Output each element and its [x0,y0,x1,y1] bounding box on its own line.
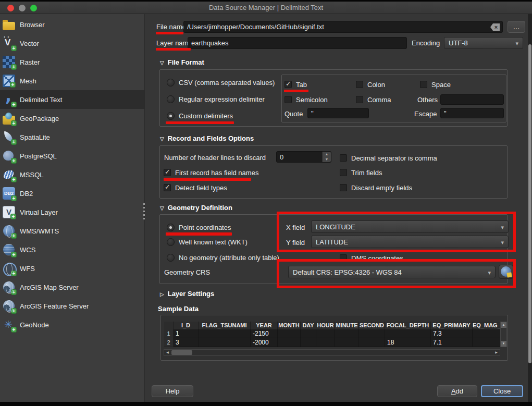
custom-delimiters-radio[interactable]: Custom delimiters [167,111,233,120]
x-field-select[interactable]: LONGITUDE [311,220,509,233]
csv-radio[interactable]: CSV (comma separated values) [167,78,275,87]
semicolon-checkbox[interactable]: Semicolon [284,95,328,104]
decimal-comma-checkbox[interactable]: Decimal separator is comma [340,153,437,163]
collapse-triangle-icon[interactable]: ▽ [160,205,164,211]
column-header-i_d[interactable]: I_D [174,322,199,329]
collapse-triangle-icon[interactable]: ▽ [160,60,164,66]
tab-checkbox-control[interactable] [284,81,292,88]
geopackage-icon: + [3,116,15,125]
spinner-arrows-icon[interactable] [322,152,331,162]
column-header-eq_primary[interactable]: EQ_PRIMARY [431,322,473,329]
table-vertical-scrollbar[interactable] [500,322,507,347]
column-header-hour[interactable]: HOUR [316,322,335,329]
regexp-radio-control[interactable] [167,95,175,103]
table-horizontal-scrollbar[interactable] [164,349,500,356]
detect-types-checkbox-control[interactable] [164,184,171,191]
discard-empty-checkbox-control[interactable] [340,184,347,191]
sidebar-item-db2[interactable]: DB2+DB2 [0,184,144,203]
window-bottom-edge [0,402,532,406]
file-name-input[interactable] [183,21,503,33]
dms-coordinates-checkbox-control[interactable] [340,254,347,262]
sidebar-item-mssql[interactable]: +MSSQL [0,165,144,184]
quote-input[interactable] [307,108,369,118]
column-header-focal_depth[interactable]: FOCAL_DEPTH [385,322,431,329]
no-geometry-radio-control[interactable] [167,254,175,262]
comma-checkbox-control[interactable] [356,96,363,103]
sidebar-item-wms-wmts[interactable]: +WMS/WMTS [0,222,144,240]
table-cell: 7.1 [431,338,473,347]
sidebar-item-browser[interactable]: Browser [0,15,144,34]
collapse-triangle-icon[interactable]: ▽ [160,136,164,142]
scroll-left-icon[interactable] [165,350,170,355]
chevron-down-icon [497,238,504,246]
first-record-checkbox[interactable]: First record has field names [164,168,258,177]
csv-radio-control[interactable] [167,79,175,87]
point-coordinates-radio-control[interactable] [167,224,175,231]
comma-checkbox[interactable]: Comma [356,95,391,104]
sidebar-item-arcgis-feature-server[interactable]: +ArcGIS Feature Server [0,297,144,315]
sidebar-item-raster[interactable]: +Raster [0,53,144,71]
sidebar-item-virtual-layer[interactable]: +Virtual Layer [0,203,144,222]
column-header-eq_mag_mw[interactable]: EQ_MAG_MW [473,322,500,329]
scroll-down-icon[interactable] [501,341,506,347]
first-record-checkbox-control[interactable] [164,169,171,176]
sidebar-list: Browser+Vector+Raster+Mesh+Delimited Tex… [0,15,144,334]
sidebar-item-mesh[interactable]: +Mesh [0,71,144,90]
browse-file-button[interactable]: … [508,21,525,33]
space-checkbox-control[interactable] [420,81,427,88]
close-button[interactable]: Close [481,385,523,397]
point-coordinates-radio[interactable]: Point coordinates [167,223,231,232]
sidebar-item-arcgis-map-server[interactable]: +ArcGIS Map Server [0,278,144,297]
sidebar-item-label: MSSQL [20,171,44,179]
window-scrollbar-thumb[interactable] [528,44,531,363]
no-geometry-radio[interactable]: No geometry (attribute only table) [167,253,279,262]
column-header-month[interactable]: MONTH [278,322,301,329]
others-input[interactable] [440,94,504,105]
add-badge-icon: + [10,214,16,219]
trim-fields-checkbox-control[interactable] [340,169,347,176]
splitter-handle-icon[interactable] [143,203,145,220]
decimal-comma-checkbox-control[interactable] [340,154,347,162]
colon-checkbox[interactable]: Colon [356,80,385,89]
scroll-right-icon[interactable] [493,350,499,355]
sidebar-item-geonode[interactable]: +GeoNode [0,315,144,334]
sidebar-item-spatialite[interactable]: +SpatiaLite [0,128,144,146]
layer-name-input[interactable] [188,37,407,49]
y-field-select[interactable]: LATITUDE [311,236,509,248]
column-header-flag_tsunami[interactable]: FLAG_TSUNAMI [199,322,251,329]
sidebar-item-vector[interactable]: +Vector [0,34,144,53]
encoding-select[interactable]: UTF-8 [444,37,523,49]
tab-checkbox[interactable]: Tab [284,80,307,89]
sidebar-item-wcs[interactable]: +WCS [0,240,144,259]
column-header-second[interactable]: SECOND [359,322,385,329]
expand-triangle-icon[interactable]: ▷ [160,291,164,297]
semicolon-checkbox-control[interactable] [284,96,292,103]
column-header-day[interactable]: DAY [301,322,316,329]
escape-input[interactable] [440,108,504,118]
wkt-radio[interactable]: Well known text (WKT) [167,237,248,247]
sidebar-item-postgresql[interactable]: +PostgreSQL [0,146,144,165]
sidebar-item-wfs[interactable]: +WFS [0,259,144,278]
select-crs-button[interactable] [499,265,513,279]
scroll-up-icon[interactable] [501,322,506,328]
detect-types-checkbox[interactable]: Detect field types [164,183,227,192]
discard-empty-checkbox[interactable]: Discard empty fields [340,183,412,192]
sidebar-item-delimited-text[interactable]: +Delimited Text [0,90,144,109]
column-header-minute[interactable]: MINUTE [335,322,359,329]
help-button[interactable]: Help [152,385,193,397]
add-button[interactable]: Add [437,385,477,397]
column-header-year[interactable]: YEAR [251,322,278,329]
horizontal-scroll-thumb[interactable] [171,350,192,355]
custom-delimiters-radio-control[interactable] [167,112,175,120]
geometry-crs-select[interactable]: Default CRS: EPSG:4326 - WGS 84 [288,266,496,278]
sidebar-item-geopackage[interactable]: +GeoPackage [0,109,144,128]
space-checkbox[interactable]: Space [420,80,451,89]
header-lines-value: 0 [280,153,283,161]
trim-fields-checkbox[interactable]: Trim fields [340,168,382,177]
regexp-radio[interactable]: Regular expression delimiter [167,94,265,104]
colon-checkbox-control[interactable] [356,81,363,88]
dms-coordinates-checkbox[interactable]: DMS coordinates [340,253,403,263]
header-lines-spinner[interactable]: 0 [276,151,331,163]
sidebar-item-label: GeoNode [20,321,49,329]
wkt-radio-control[interactable] [167,238,175,246]
